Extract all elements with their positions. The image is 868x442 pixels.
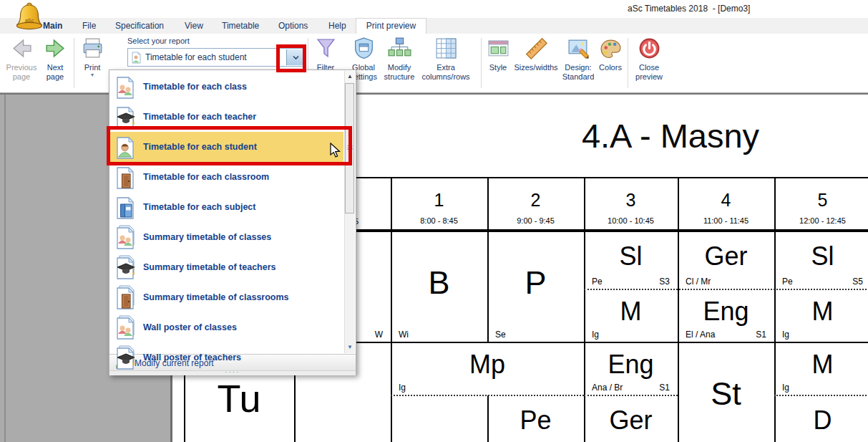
teacher-doc-icon — [113, 255, 139, 279]
teacher-label: Se — [495, 330, 506, 340]
print-icon — [77, 37, 108, 62]
timetable-cell: PeWiGB — [489, 397, 582, 442]
period-number: 5 — [776, 190, 868, 211]
teacher-label: Pe — [782, 277, 793, 287]
cell-split-dotted-line — [391, 395, 584, 396]
student-doc-icon — [131, 52, 142, 64]
dropdown-item-label: Summary timetable of teachers — [143, 262, 276, 272]
timetable-cell: GerMa / Cl — [586, 397, 676, 442]
annotation-box-dropdown-button — [276, 44, 306, 72]
period-header-cell: 310:00 - 10:45 — [585, 178, 676, 228]
teacher-room-line: PeS5 — [782, 277, 863, 287]
period-time: 12:00 - 12:45 — [776, 216, 868, 225]
menu-item-options[interactable]: Options — [278, 18, 308, 34]
teacher-room-line: Se — [495, 330, 576, 340]
timetable-cell: MpIg — [393, 344, 582, 394]
room-label: S1 — [756, 330, 766, 340]
menu-item-help[interactable]: Help — [328, 18, 346, 34]
classroom-doc-icon — [113, 285, 139, 309]
dropdown-item[interactable]: Wall poster of classes — [110, 312, 343, 342]
period-number: 3 — [585, 190, 676, 211]
dropdown-item[interactable]: Summary timetable of classrooms — [110, 282, 343, 312]
style-icon — [483, 37, 513, 62]
dropdown-item[interactable]: Summary timetable of teachers — [110, 252, 343, 282]
dropdown-scrollbar[interactable]: ▲ ▼ — [344, 71, 355, 353]
dropdown-item[interactable]: Timetable for each subject — [110, 192, 343, 222]
teacher-doc-icon — [113, 105, 139, 129]
menu-item-specification[interactable]: Specification — [115, 18, 164, 34]
subject-label: St — [680, 344, 772, 442]
power-icon — [631, 37, 667, 62]
toolbar-separator — [628, 38, 628, 88]
subject-label: Eng — [680, 291, 772, 332]
subject-label: Mp — [393, 344, 582, 385]
period-time: 11:00 - 11:45 — [679, 216, 773, 225]
timetable-cell: EngAna / BrS1 — [586, 344, 676, 394]
annotation-box-selected-item — [107, 126, 352, 165]
menu-item-main[interactable]: Main — [43, 18, 62, 34]
subject-label: Sl — [776, 233, 868, 279]
subject-label: M — [586, 291, 676, 332]
palette-icon — [595, 37, 626, 62]
dropdown-item[interactable]: Summary timetable of classes — [110, 222, 343, 252]
period-header-cell: 18:00 - 8:45 — [392, 178, 486, 228]
subject-label: M — [776, 344, 868, 385]
sizes-widths-button[interactable]: Sizes/widths — [511, 37, 561, 72]
design-standard-button[interactable]: Design: Standard — [557, 37, 599, 82]
timetable-cell: MIg — [776, 291, 868, 341]
teacher-room-line: Wi — [399, 330, 479, 340]
dropdown-item[interactable]: Wall poster of teachers — [110, 342, 343, 373]
menu-item-file[interactable]: File — [82, 18, 96, 34]
teacher-room-line: Ana / BrS1 — [592, 383, 670, 393]
teacher-label: Ig — [782, 330, 789, 340]
subject-label: P — [489, 233, 582, 332]
timetable-cell: MIg — [586, 291, 676, 341]
subject-label: Ger — [680, 233, 772, 279]
print-dropdown-arrow[interactable]: ▾ — [77, 72, 108, 78]
period-header-cell: 29:00 - 9:45 — [489, 178, 582, 228]
filter-button[interactable]: Filter — [309, 37, 342, 72]
dropdown-item-label: Summary timetable of classes — [143, 232, 271, 242]
period-number: 4 — [679, 190, 773, 211]
picture-pencil-icon — [557, 37, 599, 62]
subject-label: M — [776, 291, 868, 332]
classroom-doc-icon — [113, 165, 139, 189]
period-header-cell: 411:00 - 11:45 — [679, 178, 773, 228]
extra-columns-rows-button[interactable]: Extra columns/rows — [414, 37, 478, 82]
page-title: 4.A - Masny — [499, 116, 842, 155]
previous-page-icon — [4, 37, 39, 62]
colors-button[interactable]: Colors — [595, 37, 626, 72]
previous-page-button[interactable]: Previous page — [4, 37, 39, 82]
subject-label: Eng — [586, 344, 676, 385]
menu-item-view[interactable]: View — [185, 18, 203, 34]
menu-bar: Print preview MainFileSpecificationViewT… — [0, 18, 868, 34]
scroll-down-icon[interactable]: ▼ — [345, 342, 355, 353]
menu-item-timetable[interactable]: Timetable — [222, 18, 259, 34]
room-label: S5 — [852, 277, 863, 287]
timetable-cell: PSe — [489, 233, 582, 341]
room-label: W — [375, 330, 383, 340]
tab-print-preview[interactable]: Print preview — [356, 18, 426, 34]
room-label: S1 — [659, 383, 670, 393]
dropdown-item[interactable]: Timetable for each class — [110, 72, 343, 102]
ruler-icon — [511, 37, 561, 62]
next-page-button[interactable]: Next page — [40, 37, 70, 82]
period-number: 1 — [392, 190, 486, 211]
teacher-label: Wi — [399, 330, 409, 340]
grid-line-vertical — [487, 395, 489, 442]
subject-label: D — [776, 397, 868, 442]
filter-icon — [309, 37, 342, 62]
close-preview-button[interactable]: Close preview — [631, 37, 667, 82]
dropdown-item[interactable]: Timetable for each classroom — [110, 162, 343, 192]
subject-label: Sl — [586, 233, 676, 279]
print-button[interactable]: Print ▾ — [77, 37, 108, 78]
subject-label: Pe — [489, 397, 582, 442]
cell-split-dotted-line — [584, 395, 678, 396]
room-label: S3 — [659, 277, 670, 287]
style-button[interactable]: Style — [483, 37, 513, 72]
dropdown-item-label: Timetable for each teacher — [143, 112, 256, 122]
workspace-edge — [4, 95, 6, 442]
teacher-label: Cl / Mr — [686, 277, 711, 287]
toolbar-separator — [481, 38, 482, 88]
scroll-up-icon[interactable]: ▲ — [345, 71, 355, 82]
